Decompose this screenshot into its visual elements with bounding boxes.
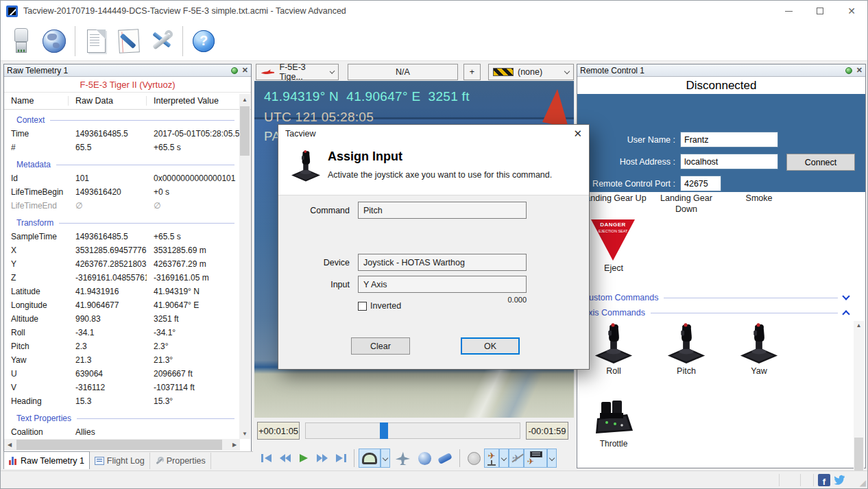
connect-button[interactable]: Connect	[786, 154, 855, 171]
chevron-up-icon[interactable]	[842, 310, 849, 318]
column-name[interactable]: Name	[4, 96, 69, 106]
throttle-icon	[592, 395, 636, 439]
flight-report-button[interactable]	[80, 23, 112, 59]
notes-editor-button[interactable]	[112, 23, 145, 59]
close-button[interactable]: ✕	[836, 1, 867, 21]
labels-view-button[interactable]: ✈	[524, 449, 547, 468]
table-row[interactable]: Latitude41.943191641.94319° N	[4, 285, 240, 298]
measure-view-button[interactable]: ✈	[509, 449, 524, 468]
facebook-icon[interactable]: f	[818, 474, 830, 486]
table-row[interactable]: LifeTimeEnd∅∅	[4, 199, 240, 213]
column-interpreted[interactable]: Interpreted Value	[147, 96, 251, 106]
scroll-right-icon[interactable]: ▶	[229, 439, 240, 451]
scroll-up-icon[interactable]: ▲	[239, 94, 250, 105]
table-row[interactable]: Heading15.315.3°	[4, 394, 240, 408]
object-stand-dropdown[interactable]	[499, 449, 509, 468]
play-button[interactable]	[294, 449, 313, 468]
help-icon: ?	[193, 30, 215, 52]
pin-icon[interactable]	[231, 67, 238, 74]
custom-commands-section[interactable]: Custom Commands	[583, 293, 849, 302]
scroll-up-icon[interactable]: ▲	[854, 322, 864, 329]
tacview-window: Tacview-20170719-144449-DCS-Tacview F-5E…	[0, 0, 868, 489]
table-row[interactable]: Longitude41.906467741.90647° E	[4, 298, 240, 312]
minimize-button[interactable]	[773, 1, 804, 21]
joystick-icon	[665, 322, 708, 365]
instruments-view-button[interactable]	[464, 449, 484, 468]
axis-yaw[interactable]: Yaw	[723, 322, 795, 376]
tab-raw-telemetry[interactable]: Raw Telemetry 1	[3, 451, 90, 469]
object-stand-view-button[interactable]: ✈	[484, 449, 499, 468]
horizontal-scrollbar[interactable]: ◀ ▶	[4, 439, 240, 451]
table-row[interactable]: #65.5+65.5 s	[4, 141, 240, 154]
table-row[interactable]: U6390642096667 ft	[4, 367, 240, 381]
user-name-field[interactable]	[680, 132, 778, 147]
tab-properties[interactable]: Properties	[150, 453, 211, 469]
table-row[interactable]: Y4263767.285218034263767.29 m	[4, 257, 240, 271]
table-row[interactable]: LifeTimeBegin1493616420+0 s	[4, 185, 240, 199]
rewind-button[interactable]	[276, 449, 294, 468]
table-row[interactable]: Id1010x0000000000000101	[4, 171, 240, 185]
table-row[interactable]: SampleTime1493616485.5+65.5 s	[4, 230, 240, 243]
scroll-left-icon[interactable]: ◀	[4, 439, 15, 451]
timeline-thumb[interactable]	[380, 422, 388, 439]
skip-start-button[interactable]	[257, 449, 276, 468]
table-row[interactable]: Altitude990.833251 ft	[4, 312, 240, 326]
command-landing-gear-down[interactable]: Landing Gear Down	[650, 193, 723, 215]
eject-danger-icon[interactable]: DANGER EJECTION SEAT DANGER DANGER	[591, 219, 635, 261]
panel-close-icon[interactable]: ✕	[856, 67, 863, 74]
dialog-title-bar[interactable]: Tacview ✕	[278, 125, 589, 143]
axis-commands-section[interactable]: Axis Commands	[583, 308, 849, 318]
table-row[interactable]: Z-3169161.04855761-3169161.05 m	[4, 271, 240, 285]
scroll-down-icon[interactable]: ▼	[239, 428, 250, 439]
scrollbar-thumb[interactable]	[16, 440, 222, 450]
network-globe-button[interactable]	[38, 23, 71, 59]
port-field[interactable]	[680, 176, 721, 191]
cockpit-view-button[interactable]	[359, 449, 381, 468]
pin-icon[interactable]	[845, 67, 852, 74]
host-address-field[interactable]	[680, 154, 778, 169]
column-raw-data[interactable]: Raw Data	[69, 96, 147, 106]
table-row[interactable]: Yaw21.321.3°	[4, 353, 240, 367]
table-row[interactable]: X3531285.694577763531285.69 m	[4, 243, 240, 257]
axis-pitch[interactable]: Pitch	[650, 322, 723, 376]
globe-view-button[interactable]	[415, 449, 435, 468]
add-object-button[interactable]: +	[463, 64, 481, 80]
remote-scrollbar[interactable]: ▲ ▼	[854, 321, 864, 489]
object-selector-dropdown[interactable]: F-5E-3 Tige...	[256, 64, 339, 80]
ok-button[interactable]: OK	[461, 337, 520, 355]
vertical-scrollbar[interactable]: ▲ ▼	[239, 94, 250, 439]
scrollbar-thumb[interactable]	[240, 106, 250, 156]
skip-end-button[interactable]	[331, 449, 350, 468]
settings-tools-button[interactable]	[145, 23, 178, 59]
external-view-button[interactable]	[390, 449, 415, 468]
table-row[interactable]: Roll-34.1-34.1°	[4, 326, 240, 339]
tab-flight-log[interactable]: Flight Log	[90, 453, 150, 469]
usb-device-button[interactable]	[5, 23, 38, 59]
cockpit-view-dropdown[interactable]	[381, 449, 390, 468]
help-button[interactable]: ?	[187, 23, 220, 59]
inverted-checkbox-row[interactable]: Inverted	[358, 301, 401, 311]
command-smoke[interactable]: Smoke	[723, 193, 795, 215]
telescope-view-button[interactable]	[435, 449, 455, 468]
table-row[interactable]: Pitch2.32.3°	[4, 339, 240, 353]
trail-selector-dropdown[interactable]: (none)	[488, 64, 574, 80]
panel-close-icon[interactable]: ✕	[242, 67, 248, 74]
timeline-slider[interactable]	[305, 422, 520, 439]
dialog-close-icon[interactable]: ✕	[573, 128, 582, 140]
resize-grip[interactable]: ◢	[860, 478, 866, 488]
secondary-object-button[interactable]: N/A	[348, 64, 458, 80]
table-row[interactable]: CoalitionAllies	[4, 425, 240, 439]
toolbar-separator	[182, 26, 183, 56]
maximize-button[interactable]	[804, 1, 836, 21]
clear-button[interactable]: Clear	[351, 337, 410, 355]
chevron-down-icon[interactable]	[842, 292, 849, 300]
table-row[interactable]: Time1493616485.52017-05-01T05:28:05.5	[4, 127, 240, 141]
axis-throttle[interactable]: Throttle	[577, 395, 650, 449]
rewind-icon	[279, 453, 291, 463]
table-row[interactable]: V-316112-1037114 ft	[4, 381, 240, 394]
twitter-icon[interactable]	[833, 474, 845, 486]
fast-forward-button[interactable]	[313, 449, 331, 468]
labels-view-dropdown[interactable]	[547, 449, 557, 468]
section-row: Transform	[4, 216, 240, 230]
inverted-checkbox[interactable]	[358, 302, 367, 311]
